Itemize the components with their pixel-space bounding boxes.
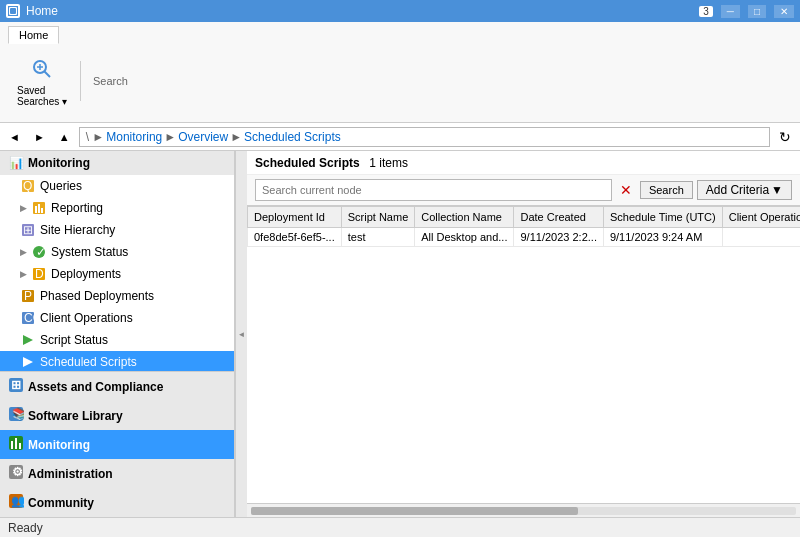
col-client-operation-id[interactable]: Client Operation ID <box>722 207 800 228</box>
col-deployment-id[interactable]: Deployment Id <box>248 207 342 228</box>
search-input[interactable] <box>255 179 612 201</box>
cell-date-created: 9/11/2023 2:2... <box>514 228 603 247</box>
admin-icon: ⚙ <box>8 464 24 483</box>
deployments-icon: D <box>31 266 47 282</box>
sidebar-item-script-status-label: Script Status <box>40 333 108 347</box>
saved-searches-icon <box>28 55 56 83</box>
cell-script-name: test <box>341 228 415 247</box>
sidebar-item-deployments[interactable]: ▶ D Deployments <box>0 263 234 285</box>
col-date-created[interactable]: Date Created <box>514 207 603 228</box>
col-collection-name[interactable]: Collection Name <box>415 207 514 228</box>
software-icon: 📚 <box>8 406 24 425</box>
svg-rect-34 <box>19 443 21 449</box>
divider <box>80 61 81 101</box>
monitoring-tree-icon: 📊 <box>8 155 24 171</box>
close-button[interactable]: ✕ <box>774 5 794 18</box>
table-container: Deployment Id Script Name Collection Nam… <box>247 206 800 503</box>
title-text: Home <box>26 4 58 18</box>
search-clear-button[interactable]: ✕ <box>616 182 636 198</box>
sidebar-item-system-status[interactable]: ▶ ✓ System Status <box>0 241 234 263</box>
table-row[interactable]: 0fe8de5f-6ef5-...testAll Desktop and...9… <box>248 228 801 247</box>
content-pane: Scheduled Scripts 1 items ✕ Search Add C… <box>247 151 800 517</box>
col-schedule-time[interactable]: Schedule Time (UTC) <box>603 207 722 228</box>
scrollbar-thumb[interactable] <box>251 507 578 515</box>
svg-text:✓: ✓ <box>36 245 46 259</box>
sidebar-section-administration[interactable]: ⚙ Administration <box>0 459 234 488</box>
status-bar: Ready <box>0 517 800 537</box>
svg-rect-11 <box>38 204 40 213</box>
monitoring-nav-icon <box>8 435 24 454</box>
cell-client-operation-id <box>722 228 800 247</box>
reporting-icon <box>31 200 47 216</box>
sidebar-item-phased-deployments[interactable]: P Phased Deployments <box>0 285 234 307</box>
sidebar-section-software[interactable]: 📚 Software Library <box>0 401 234 430</box>
site-hierarchy-icon: ⊞ <box>20 222 36 238</box>
ribbon: Home SavedSearches ▾ Search <box>0 22 800 123</box>
sidebar-collapse-handle[interactable]: ◄ <box>235 151 247 517</box>
tab-home[interactable]: Home <box>8 26 59 44</box>
results-table: Deployment Id Script Name Collection Nam… <box>247 206 800 247</box>
sidebar-item-client-operations[interactable]: CO Client Operations <box>0 307 234 329</box>
forward-button[interactable]: ► <box>29 128 50 146</box>
svg-text:📚: 📚 <box>12 406 24 421</box>
minimize-button[interactable]: ─ <box>721 5 740 18</box>
add-criteria-button[interactable]: Add Criteria ▼ <box>697 180 792 200</box>
col-script-name[interactable]: Script Name <box>341 207 415 228</box>
notifications-badge[interactable]: 3 <box>699 6 713 17</box>
sidebar-item-queries[interactable]: Q Queries <box>0 175 234 197</box>
monitoring-nav-label: Monitoring <box>28 438 90 452</box>
sidebar-item-scheduled-scripts-label: Scheduled Scripts <box>40 355 137 369</box>
cell-deployment-id: 0fe8de5f-6ef5-... <box>248 228 342 247</box>
path-sep-1: ► <box>164 130 176 144</box>
main-area: 📊 Monitoring Q Queries ▶ Reporting <box>0 151 800 517</box>
sidebar-bottom-sections: ⊞ Assets and Compliance 📚 Software Libra… <box>0 371 234 517</box>
sidebar-header[interactable]: 📊 Monitoring <box>0 151 234 175</box>
sidebar-section-monitoring[interactable]: Monitoring <box>0 430 234 459</box>
cell-collection-name: All Desktop and... <box>415 228 514 247</box>
refresh-button[interactable]: ↻ <box>774 126 796 148</box>
sidebar-item-site-hierarchy[interactable]: ⊞ Site Hierarchy <box>0 219 234 241</box>
svg-rect-12 <box>41 208 43 213</box>
sidebar-section-assets[interactable]: ⊞ Assets and Compliance <box>0 372 234 401</box>
reporting-expand: ▶ <box>20 203 27 213</box>
scrollbar-track <box>251 507 796 515</box>
svg-text:⊞: ⊞ <box>23 223 33 237</box>
svg-rect-32 <box>11 441 13 449</box>
svg-rect-33 <box>15 438 17 449</box>
svg-marker-24 <box>23 357 33 367</box>
up-button[interactable]: ▲ <box>54 128 75 146</box>
path-overview[interactable]: Overview <box>178 130 228 144</box>
sidebar: 📊 Monitoring Q Queries ▶ Reporting <box>0 151 235 517</box>
status-text: Ready <box>8 521 43 535</box>
system-status-expand: ▶ <box>20 247 27 257</box>
deployments-expand: ▶ <box>20 269 27 279</box>
content-title: Scheduled Scripts <box>255 156 360 170</box>
phased-deployments-icon: P <box>20 288 36 304</box>
svg-text:CO: CO <box>24 311 35 325</box>
path-monitoring[interactable]: Monitoring <box>106 130 162 144</box>
content-item-count: 1 items <box>369 156 408 170</box>
search-button[interactable]: Search <box>640 181 693 199</box>
path-scheduled-scripts[interactable]: Scheduled Scripts <box>244 130 341 144</box>
horizontal-scrollbar[interactable] <box>247 503 800 517</box>
svg-text:👥: 👥 <box>11 493 24 508</box>
sidebar-item-scheduled-scripts[interactable]: Scheduled Scripts <box>0 351 234 371</box>
search-label: Search <box>85 75 136 87</box>
ribbon-tabs: Home <box>8 26 792 44</box>
svg-text:Q: Q <box>23 179 32 193</box>
svg-text:D: D <box>35 267 44 281</box>
sidebar-item-script-status[interactable]: Script Status <box>0 329 234 351</box>
script-status-icon <box>20 332 36 348</box>
maximize-button[interactable]: □ <box>748 5 766 18</box>
sidebar-item-reporting-label: Reporting <box>51 201 103 215</box>
back-button[interactable]: ◄ <box>4 128 25 146</box>
sidebar-item-queries-label: Queries <box>40 179 82 193</box>
app-icon <box>6 4 20 18</box>
saved-searches-button[interactable]: SavedSearches ▾ <box>8 50 76 112</box>
sidebar-section-community[interactable]: 👥 Community <box>0 488 234 517</box>
svg-text:⊞: ⊞ <box>11 378 21 392</box>
title-bar-right: 3 ─ □ ✕ <box>699 5 794 18</box>
sidebar-item-reporting[interactable]: ▶ Reporting <box>0 197 234 219</box>
queries-icon: Q <box>20 178 36 194</box>
svg-text:P: P <box>24 289 32 303</box>
